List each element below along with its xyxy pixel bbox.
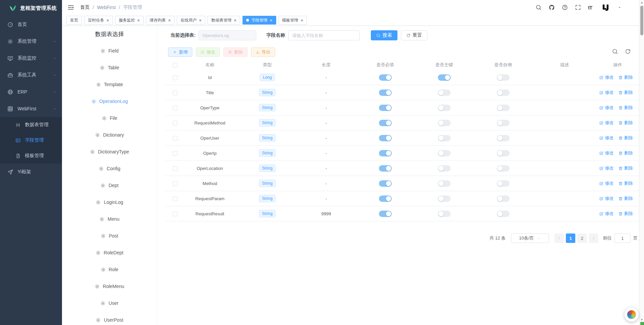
tree-item-file[interactable]: File [62,110,157,127]
required-toggle[interactable] [379,180,392,187]
tab-home[interactable]: 首页 [66,16,82,25]
auto-increment-toggle[interactable] [497,89,510,96]
row-edit-link[interactable]: 修改 [599,195,614,202]
required-toggle[interactable] [379,135,392,141]
tree-item-operationlog[interactable]: OperationLog [62,93,157,110]
help-icon[interactable] [562,4,568,10]
edit-button[interactable]: 修改 [196,47,220,57]
row-checkbox[interactable] [173,136,178,141]
required-toggle[interactable] [379,89,392,96]
required-toggle[interactable] [379,195,392,202]
row-delete-link[interactable]: 删除 [618,105,633,111]
row-edit-link[interactable]: 修改 [599,74,614,80]
tree-item-roledept[interactable]: RoleDept [62,244,157,261]
tree-item-template[interactable]: Template [62,76,157,93]
auto-increment-toggle[interactable] [497,105,510,111]
row-checkbox[interactable] [173,106,178,110]
close-icon[interactable]: × [168,18,171,23]
close-icon[interactable]: × [137,18,140,23]
select-all-checkbox[interactable] [173,63,178,68]
github-icon[interactable] [549,4,555,10]
search-button[interactable]: 搜索 [371,30,397,40]
primary-key-toggle[interactable] [438,74,451,81]
assistant-float-button[interactable] [624,308,639,322]
required-toggle[interactable] [379,165,392,172]
tab-cache-list[interactable]: 缓存列表× [146,16,174,25]
page-button-2[interactable]: 2 [577,233,587,243]
auto-increment-toggle[interactable] [497,135,510,141]
row-delete-link[interactable]: 删除 [618,74,633,80]
close-icon[interactable]: × [106,18,109,23]
row-edit-link[interactable]: 修改 [599,105,614,111]
tree-item-userpost[interactable]: UserPost [62,312,157,325]
refresh-icon[interactable] [625,48,631,55]
primary-key-toggle[interactable] [438,89,451,96]
tree-item-table[interactable]: Table [62,59,157,76]
breadcrumb-home[interactable]: 首页 [80,4,90,10]
breadcrumb-webfirst[interactable]: WebFirst [97,5,116,10]
row-edit-link[interactable]: 修改 [599,165,614,171]
row-checkbox[interactable] [173,166,178,171]
row-checkbox[interactable] [173,196,178,201]
required-toggle[interactable] [379,120,392,126]
row-delete-link[interactable]: 删除 [618,120,633,126]
delete-button[interactable]: 删除 [223,47,248,57]
row-delete-link[interactable]: 删除 [618,89,633,96]
required-toggle[interactable] [379,211,392,217]
caret-down-icon[interactable] [618,6,621,9]
row-delete-link[interactable]: 删除 [618,211,633,217]
auto-increment-toggle[interactable] [497,211,510,217]
primary-key-toggle[interactable] [438,195,451,202]
primary-key-toggle[interactable] [438,150,451,156]
sidebar-item-webfirst[interactable]: WebFirst [0,100,62,117]
scrollbar-thumb[interactable] [640,6,643,35]
auto-increment-toggle[interactable] [497,195,510,202]
tab-table-manage[interactable]: 数据表管理× [207,16,240,25]
field-name-input[interactable] [288,30,360,40]
row-edit-link[interactable]: 修改 [599,211,614,217]
row-edit-link[interactable]: 修改 [599,89,614,96]
page-size-select[interactable]: 10条/页 [511,233,549,243]
auto-increment-toggle[interactable] [497,180,510,187]
row-edit-link[interactable]: 修改 [599,120,614,126]
tree-item-dictionary[interactable]: Dictionary [62,127,157,143]
tree-item-post[interactable]: Post [62,227,157,244]
tree-item-loginlog[interactable]: LoginLog [62,194,157,211]
sidebar-item-erp[interactable]: ERP [0,83,62,100]
next-page-button[interactable] [589,233,598,243]
sidebar-item-yi-framework[interactable]: Yi框架 [0,164,62,180]
avatar[interactable] [601,2,611,12]
sidebar-item-system-tools[interactable]: 系统工具 [0,67,62,83]
row-delete-link[interactable]: 删除 [618,180,633,186]
page-button-1[interactable]: 1 [566,233,575,243]
primary-key-toggle[interactable] [438,180,451,187]
tab-template-manage[interactable]: 模板管理× [279,16,307,25]
row-edit-link[interactable]: 修改 [599,150,614,156]
row-checkbox[interactable] [173,212,178,216]
search-icon[interactable] [536,4,542,10]
tree-item-role[interactable]: Role [62,261,157,278]
row-edit-link[interactable]: 修改 [599,135,614,141]
auto-increment-toggle[interactable] [497,150,510,156]
row-checkbox[interactable] [173,121,178,125]
primary-key-toggle[interactable] [438,120,451,126]
scroll-up-arrow[interactable]: ▲ [639,0,644,5]
close-icon[interactable]: × [234,18,236,23]
tree-item-user[interactable]: User [62,295,157,312]
hamburger-icon[interactable] [67,4,74,11]
primary-key-toggle[interactable] [438,211,451,217]
close-icon[interactable]: × [199,18,202,23]
sidebar-item-system-monitor[interactable]: 系统监控 [0,50,62,67]
sidebar-item-system-admin[interactable]: 系统管理 [0,33,62,50]
add-button[interactable]: 新增 [168,47,192,57]
fullscreen-icon[interactable] [575,4,581,10]
tab-service-monitor[interactable]: 服务监控× [115,16,144,25]
sidebar-item-table-manage[interactable]: 数据表管理 [0,117,62,133]
row-edit-link[interactable]: 修改 [599,180,614,186]
auto-increment-toggle[interactable] [497,120,510,126]
export-button[interactable]: 导出 [251,47,275,57]
row-delete-link[interactable]: 删除 [618,135,633,141]
row-checkbox[interactable] [173,181,178,186]
tree-item-rolemenu[interactable]: RoleMenu [62,278,157,295]
goto-page-input[interactable] [614,233,631,243]
